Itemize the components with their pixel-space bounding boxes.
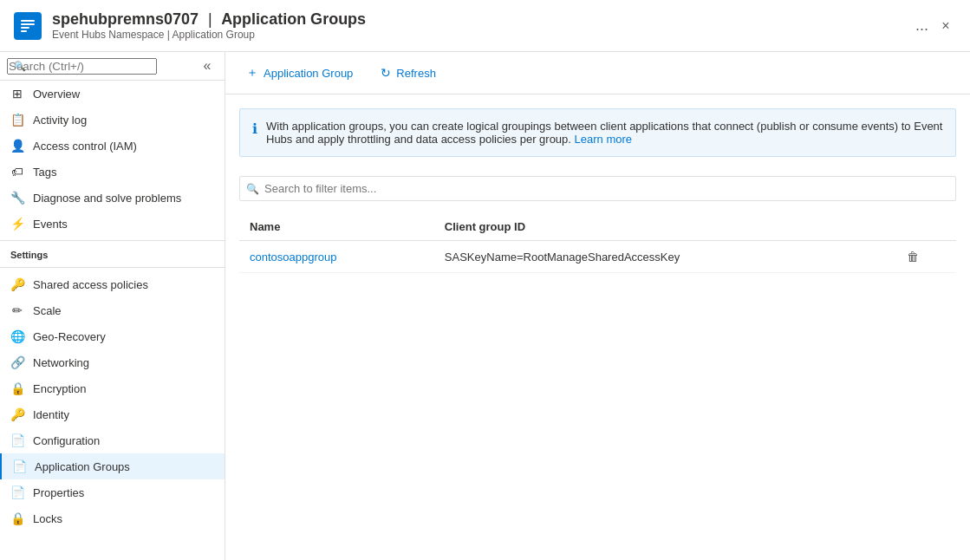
content-body: ℹ With application groups, you can creat… [225,94,970,560]
add-button-label: Application Group [264,67,353,80]
refresh-button[interactable]: ↻ Refresh [374,62,443,84]
sidebar-item-access-control[interactable]: 👤 Access control (IAM) [0,133,225,159]
settings-items: 🔑 Shared access policies ✏ Scale 🌐 Geo-R… [0,271,225,531]
tags-icon: 🏷 [10,165,24,179]
table-body: contosoappgroup SASKeyName=RootManageSha… [239,241,956,273]
title-text: spehubpremns0707 | Application Groups Ev… [52,10,366,41]
shared-access-icon: 🔑 [10,277,24,291]
sidebar-item-application-groups[interactable]: 📄 Application Groups [0,453,225,479]
events-icon: ⚡ [10,217,24,231]
refresh-icon: ↻ [381,66,391,80]
settings-header: Settings [0,240,225,264]
sidebar-item-label: Access control (IAM) [33,140,137,153]
app-icon [14,12,42,40]
sidebar-item-properties[interactable]: 📄 Properties [0,479,225,505]
svg-rect-1 [21,23,35,25]
filter-bar [239,171,956,206]
title-separator: | [208,10,212,28]
sidebar-item-locks[interactable]: 🔒 Locks [0,505,225,531]
activity-log-icon: 📋 [10,113,24,127]
identity-icon: 🔑 [10,407,24,421]
encryption-icon: 🔒 [10,381,24,395]
add-application-group-button[interactable]: ＋ Application Group [239,61,360,85]
overview-icon: ⊞ [10,87,24,101]
cell-actions: 🗑 [896,241,956,273]
geo-recovery-icon: 🌐 [10,329,24,343]
sidebar-item-label: Geo-Recovery [33,330,106,343]
app-group-link[interactable]: contosoappgroup [250,251,336,264]
sidebar-item-label: Networking [33,356,89,369]
sidebar-item-encryption[interactable]: 🔒 Encryption [0,375,225,401]
sidebar-item-scale[interactable]: ✏ Scale [0,297,225,323]
sidebar-item-label: Diagnose and solve problems [33,192,181,205]
sidebar-item-configuration[interactable]: 📄 Configuration [0,427,225,453]
networking-icon: 🔗 [10,355,24,369]
sidebar-item-label: Activity log [33,114,87,127]
col-client-group-id: Client group ID [434,213,896,241]
page-title: Application Groups [221,10,366,28]
settings-divider [0,267,225,268]
col-name: Name [239,213,434,241]
subtitle: Event Hubs Namespace | Application Group [52,29,366,41]
namespace-name: spehubpremns0707 [52,10,199,28]
col-actions [896,213,956,241]
table-header-row: NameClient group ID [239,213,956,241]
cell-name: contosoappgroup [239,241,434,273]
sidebar-item-tags[interactable]: 🏷 Tags [0,159,225,185]
application-groups-icon: 📄 [12,459,26,473]
title-bar: spehubpremns0707 | Application Groups Ev… [0,0,970,52]
refresh-button-label: Refresh [396,67,436,80]
configuration-icon: 📄 [10,433,24,447]
sidebar-item-label: Properties [33,486,84,499]
nav-items: ⊞ Overview 📋 Activity log 👤 Access contr… [0,81,225,237]
locks-icon: 🔒 [10,511,24,525]
learn-more-link[interactable]: Learn more [575,133,632,146]
sidebar-item-geo-recovery[interactable]: 🌐 Geo-Recovery [0,323,225,349]
add-icon: ＋ [246,65,258,81]
info-text: With application groups, you can create … [266,120,943,146]
diagnose-icon: 🔧 [10,191,24,205]
sidebar-item-label: Shared access policies [33,278,148,291]
sidebar-item-label: Identity [33,408,69,421]
sidebar-item-shared-access[interactable]: 🔑 Shared access policies [0,271,225,297]
sidebar-item-label: Tags [33,166,56,179]
svg-rect-2 [21,27,29,29]
sidebar-item-identity[interactable]: 🔑 Identity [0,401,225,427]
sidebar-item-overview[interactable]: ⊞ Overview [0,81,225,107]
content-area: ＋ Application Group ↻ Refresh ℹ With app… [225,52,970,560]
cell-client-group-id: SASKeyName=RootManageSharedAccessKey [434,241,896,273]
main-layout: « ⊞ Overview 📋 Activity log 👤 Access con… [0,52,970,560]
sidebar-item-label: Overview [33,88,80,101]
sidebar-item-label: Encryption [33,382,86,395]
info-icon: ℹ [252,120,257,146]
sidebar-item-label: Configuration [33,434,100,447]
close-button[interactable]: × [935,16,956,36]
sidebar-item-diagnose[interactable]: 🔧 Diagnose and solve problems [0,185,225,211]
collapse-button[interactable]: « [197,55,218,76]
search-input[interactable] [7,58,157,75]
data-table: NameClient group ID contosoappgroup SASK… [239,213,956,273]
table-header: NameClient group ID [239,213,956,241]
sidebar-item-events[interactable]: ⚡ Events [0,211,225,237]
delete-icon[interactable]: 🗑 [907,250,919,264]
toolbar: ＋ Application Group ↻ Refresh [225,52,970,94]
svg-rect-0 [21,20,35,22]
sidebar-item-label: Scale [33,304,62,317]
title-actions: ... × [915,16,956,36]
sidebar-top: « [0,52,225,81]
svg-rect-3 [21,30,27,32]
sidebar-item-activity-log[interactable]: 📋 Activity log [0,107,225,133]
filter-input[interactable] [239,176,956,201]
table-row: contosoappgroup SASKeyName=RootManageSha… [239,241,956,273]
info-banner: ℹ With application groups, you can creat… [239,108,956,157]
scale-icon: ✏ [10,303,24,317]
sidebar: « ⊞ Overview 📋 Activity log 👤 Access con… [0,52,225,560]
filter-wrapper [239,176,956,201]
sidebar-item-label: Events [33,218,68,231]
sidebar-item-networking[interactable]: 🔗 Networking [0,349,225,375]
properties-icon: 📄 [10,485,24,499]
ellipsis-button[interactable]: ... [915,16,928,35]
sidebar-item-label: Application Groups [35,460,130,473]
sidebar-item-label: Locks [33,512,62,525]
access-control-icon: 👤 [10,139,24,153]
